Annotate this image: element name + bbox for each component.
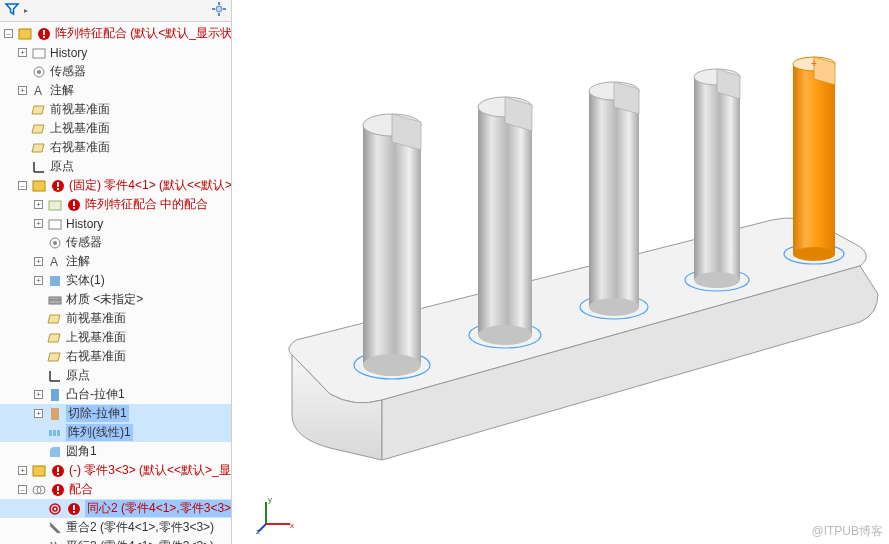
part4-node[interactable]: – (固定) 零件4<1> (默认<<默认>_显 (0, 176, 231, 195)
expand-icon[interactable]: + (18, 48, 27, 57)
expand-icon[interactable]: + (18, 86, 27, 95)
expand-icon[interactable]: + (34, 409, 43, 418)
assembly-icon (17, 26, 33, 42)
annotation-icon: A (47, 254, 63, 270)
mate-concentric-node[interactable]: 同心2 (零件4<1>,零件3<3>) (0, 499, 231, 518)
axis-z-label: z (256, 527, 260, 534)
feature-tree[interactable]: – 阵列特征配合 (默认<默认_显示状态-1 + History 传感器 + A… (0, 22, 231, 544)
part4-pattern-node[interactable]: 阵列(线性)1 (0, 423, 231, 442)
concentric-icon (47, 501, 63, 517)
svg-point-11 (37, 70, 41, 74)
node-label: 圆角1 (66, 443, 97, 460)
part4-right-node[interactable]: 右视基准面 (0, 347, 231, 366)
node-label: 右视基准面 (50, 139, 110, 156)
part4-material-node[interactable]: 材质 <未指定> (0, 290, 231, 309)
svg-rect-5 (19, 29, 31, 39)
linear-pattern-icon (47, 425, 63, 441)
plane-icon (47, 311, 63, 327)
right-plane-node[interactable]: 右视基准面 (0, 138, 231, 157)
view-triad[interactable]: y x z (256, 494, 296, 534)
part4-mates-node[interactable]: + 阵列特征配合 中的配合 (0, 195, 231, 214)
svg-rect-15 (57, 182, 59, 187)
mates-node[interactable]: – 配合 (0, 480, 231, 499)
svg-point-43 (53, 507, 57, 511)
svg-rect-41 (57, 492, 59, 494)
annotation-icon: A (31, 83, 47, 99)
node-label: History (50, 46, 87, 60)
error-icon (50, 178, 66, 194)
svg-rect-67 (793, 64, 835, 254)
material-icon (47, 292, 63, 308)
expand-icon[interactable]: – (4, 29, 13, 38)
axis-x-label: x (290, 521, 294, 530)
origin-node[interactable]: 原点 (0, 157, 231, 176)
part4-cut-node[interactable]: + 切除-拉伸1 (0, 404, 231, 423)
annotations-node[interactable]: + A 注解 (0, 81, 231, 100)
coincident-icon (47, 520, 63, 536)
node-label: 实体(1) (66, 272, 105, 289)
model-render: + (232, 0, 889, 544)
filter-icon[interactable] (4, 1, 20, 20)
svg-rect-4 (223, 8, 226, 10)
expand-icon[interactable]: + (34, 276, 43, 285)
part4-top-node[interactable]: 上视基准面 (0, 328, 231, 347)
part-icon (31, 178, 47, 194)
plane-icon (31, 140, 47, 156)
expand-icon[interactable]: + (34, 257, 43, 266)
mate-coincident-node[interactable]: 重合2 (零件4<1>,零件3<3>) (0, 518, 231, 537)
part4-fillet-node[interactable]: 圆角1 (0, 442, 231, 461)
expand-icon[interactable]: + (34, 200, 43, 209)
svg-rect-13 (33, 181, 45, 191)
svg-rect-9 (33, 49, 45, 58)
history-node[interactable]: + History (0, 43, 231, 62)
expand-icon[interactable]: + (18, 466, 27, 475)
svg-rect-61 (589, 91, 639, 307)
sensor-icon (31, 64, 47, 80)
axis-y-label: y (268, 495, 272, 504)
part4-history-node[interactable]: + History (0, 214, 231, 233)
expand-icon[interactable]: – (18, 181, 27, 190)
node-label: 传感器 (66, 234, 102, 251)
folder-icon (47, 216, 63, 232)
svg-rect-7 (43, 30, 45, 35)
part4-ann-node[interactable]: + A 注解 (0, 252, 231, 271)
tree-toolbar-cog-icon[interactable] (211, 1, 227, 20)
front-plane-node[interactable]: 前视基准面 (0, 100, 231, 119)
3d-viewport[interactable]: + y x z @ITPUB博客 (232, 0, 889, 544)
parallel-icon (47, 539, 63, 545)
node-label: 前视基准面 (66, 310, 126, 327)
svg-point-56 (363, 354, 421, 376)
node-label: 材质 <未指定> (66, 291, 143, 308)
expand-icon[interactable]: – (18, 485, 27, 494)
svg-rect-19 (73, 201, 75, 206)
node-label: 原点 (50, 158, 74, 175)
watermark: @ITPUB博客 (811, 523, 883, 540)
svg-rect-45 (73, 505, 75, 510)
part4-front-node[interactable]: 前视基准面 (0, 309, 231, 328)
node-label: 原点 (66, 367, 90, 384)
expand-icon[interactable]: + (34, 390, 43, 399)
node-label: 上视基准面 (66, 329, 126, 346)
node-label: History (66, 217, 103, 231)
expand-icon[interactable]: + (34, 219, 43, 228)
tree-root[interactable]: – 阵列特征配合 (默认<默认_显示状态-1 (0, 24, 231, 43)
part4-boss-node[interactable]: + 凸台-拉伸1 (0, 385, 231, 404)
mates-icon (31, 482, 47, 498)
solid-body-icon (47, 273, 63, 289)
error-icon (36, 26, 52, 42)
part3-node[interactable]: + (-) 零件3<3> (默认<<默认>_显示 (0, 461, 231, 480)
svg-rect-3 (212, 8, 215, 10)
sensors-node[interactable]: 传感器 (0, 62, 231, 81)
toolbar-dropdown-icon[interactable]: ▸ (24, 6, 28, 15)
top-plane-node[interactable]: 上视基准面 (0, 119, 231, 138)
svg-rect-46 (73, 511, 75, 513)
svg-point-23 (53, 241, 57, 245)
node-label: 同心2 (零件4<1>,零件3<3>) (85, 500, 231, 517)
part4-origin-node[interactable]: 原点 (0, 366, 231, 385)
mate-parallel-node[interactable]: 平行2 (零件4<1>,零件3<3>) (0, 537, 231, 544)
svg-rect-33 (33, 466, 45, 476)
error-icon (50, 482, 66, 498)
part4-sensors-node[interactable]: 传感器 (0, 233, 231, 252)
part4-body-node[interactable]: + 实体(1) (0, 271, 231, 290)
feature-tree-sidebar: ▸ – 阵列特征配合 (默认<默认_显示状态-1 + History 传感器 (0, 0, 232, 544)
